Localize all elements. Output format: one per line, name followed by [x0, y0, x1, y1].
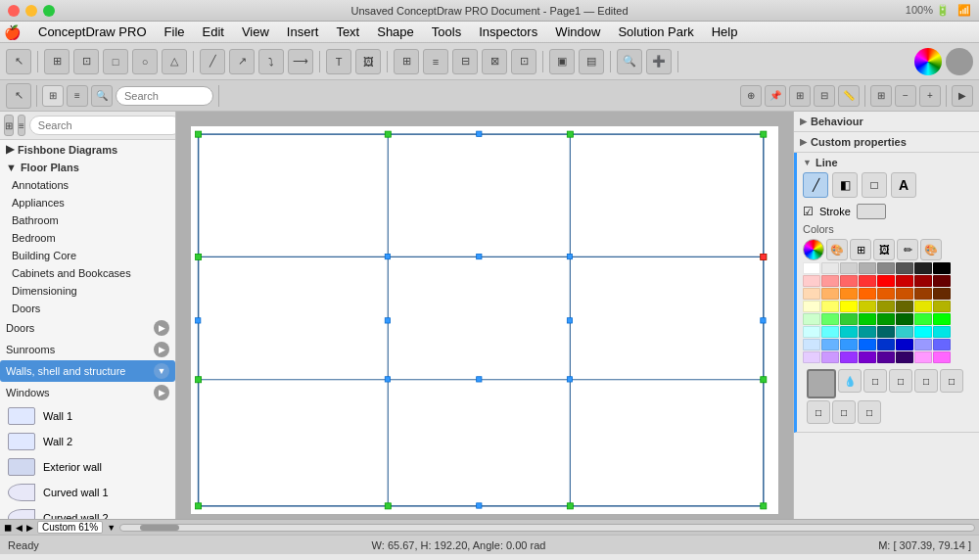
color-cell[interactable]: [896, 313, 913, 325]
sidebar-list-btn[interactable]: ≡: [18, 115, 25, 136]
color-cell[interactable]: [933, 339, 951, 350]
sidebar-curved-wall-1[interactable]: Curved wall 1: [0, 480, 175, 505]
color-cell[interactable]: [803, 351, 820, 363]
menu-text[interactable]: Text: [328, 23, 367, 41]
color-cell[interactable]: [896, 339, 913, 350]
color-cell[interactable]: [896, 351, 913, 363]
connector-tool[interactable]: ⟶: [288, 49, 313, 74]
zoom-tool[interactable]: ⊡: [73, 49, 99, 74]
color-cell[interactable]: [896, 288, 913, 300]
align-left[interactable]: ⊞: [394, 49, 419, 74]
sidebar-item-building-core[interactable]: Building Core: [0, 247, 175, 264]
color-wheel[interactable]: [914, 48, 942, 75]
color-cell[interactable]: [821, 262, 839, 274]
color-cell[interactable]: [914, 275, 932, 287]
color-cell[interactable]: [840, 326, 858, 338]
color-cell[interactable]: [859, 301, 876, 312]
sidebar-item-sunrooms[interactable]: Sunrooms ▶: [0, 339, 175, 360]
color-cell[interactable]: [803, 275, 820, 287]
zoom-out[interactable]: 🔍: [617, 49, 642, 74]
sidebar-wall-2[interactable]: Wall 2: [0, 429, 175, 454]
menu-edit[interactable]: Edit: [195, 23, 232, 41]
color-cell[interactable]: [896, 275, 913, 287]
menu-app[interactable]: ConceptDraw PRO: [30, 23, 155, 41]
color-cell[interactable]: [859, 326, 876, 338]
color-cell[interactable]: [840, 275, 858, 287]
menu-view[interactable]: View: [234, 23, 277, 41]
sidebar-search-input[interactable]: [29, 116, 176, 135]
tool-6[interactable]: □: [832, 400, 856, 424]
zoom-fit[interactable]: ⊞: [870, 85, 892, 107]
menu-help[interactable]: Help: [704, 23, 746, 41]
menu-tools[interactable]: Tools: [424, 23, 469, 41]
present-btn[interactable]: ▶: [952, 85, 973, 107]
nav-next[interactable]: ▶: [26, 523, 33, 533]
color-cell[interactable]: [803, 301, 820, 312]
color-cell[interactable]: [933, 262, 951, 274]
color-cell[interactable]: [859, 313, 876, 325]
color-cell[interactable]: [877, 313, 895, 325]
tool-2[interactable]: □: [889, 369, 912, 393]
distribute-v[interactable]: ⊡: [511, 49, 536, 74]
color-cell[interactable]: [877, 275, 895, 287]
color-cell[interactable]: [896, 262, 913, 274]
menu-file[interactable]: File: [157, 23, 193, 41]
color-cell[interactable]: [840, 288, 858, 300]
scroll-track-h[interactable]: [119, 524, 975, 532]
section-fishbone[interactable]: ▶ Fishbone Diagrams: [0, 140, 175, 159]
line-tool-2[interactable]: ↗: [229, 49, 255, 74]
color-cell[interactable]: [877, 326, 895, 338]
tool-7[interactable]: □: [858, 400, 881, 424]
tool-5[interactable]: □: [807, 400, 830, 424]
ruler-toggle[interactable]: 📏: [838, 85, 860, 107]
sidebar-item-bedroom[interactable]: Bedroom: [0, 229, 175, 247]
pin-tool[interactable]: 📌: [765, 85, 786, 107]
shadow-style-btn[interactable]: □: [862, 172, 887, 198]
color-cell[interactable]: [914, 339, 932, 350]
color-cell[interactable]: [821, 288, 839, 300]
color-cell[interactable]: [859, 275, 876, 287]
color-cell[interactable]: [933, 351, 951, 363]
window-controls[interactable]: [8, 5, 55, 17]
color-cell[interactable]: [877, 339, 895, 350]
align-right[interactable]: ⊟: [452, 49, 478, 74]
distribute-h[interactable]: ⊠: [482, 49, 507, 74]
sidebar-item-doors-sub[interactable]: Doors: [0, 300, 175, 317]
grid-view[interactable]: ⊞: [42, 85, 64, 107]
search-sidebar[interactable]: 🔍: [91, 85, 113, 107]
color-cell[interactable]: [877, 262, 895, 274]
stroke-checkbox[interactable]: ☑: [803, 205, 814, 218]
color-cell[interactable]: [821, 301, 839, 312]
color-cell[interactable]: [933, 275, 951, 287]
fill-style-btn[interactable]: ◧: [832, 172, 858, 198]
color-cell[interactable]: [821, 275, 839, 287]
color-cell[interactable]: [859, 288, 876, 300]
color-cell[interactable]: [840, 351, 858, 363]
color-cell[interactable]: [803, 326, 820, 338]
color-cell[interactable]: [803, 313, 820, 325]
color-cell[interactable]: [840, 339, 858, 350]
line-tool-1[interactable]: ╱: [200, 49, 225, 74]
color-cell[interactable]: [803, 339, 820, 350]
text-tool[interactable]: T: [326, 49, 351, 74]
shape-tool-2[interactable]: ○: [132, 49, 158, 74]
color-cell[interactable]: [877, 301, 895, 312]
sidebar-item-bathroom[interactable]: Bathroom: [0, 211, 175, 229]
color-cell[interactable]: [821, 339, 839, 350]
color-cell[interactable]: [877, 288, 895, 300]
menu-solution-park[interactable]: Solution Park: [610, 23, 701, 41]
menu-insert[interactable]: Insert: [279, 23, 327, 41]
color-cell[interactable]: [821, 313, 839, 325]
color-cell[interactable]: [914, 351, 932, 363]
color-cell[interactable]: [821, 351, 839, 363]
hand-tool[interactable]: ⊞: [44, 49, 70, 74]
color-swatches-icon[interactable]: 🎨: [826, 239, 848, 260]
sidebar-item-cabinets[interactable]: Cabinets and Bookcases: [0, 264, 175, 282]
sidebar-item-annotations[interactable]: Annotations: [0, 176, 175, 194]
maximize-button[interactable]: [43, 5, 55, 17]
pointer-tool[interactable]: ↖: [6, 83, 31, 109]
color-cell[interactable]: [933, 288, 951, 300]
menu-inspectors[interactable]: Inspectors: [471, 23, 545, 41]
menu-window[interactable]: Window: [547, 23, 608, 41]
current-color-swatch[interactable]: [807, 369, 836, 398]
